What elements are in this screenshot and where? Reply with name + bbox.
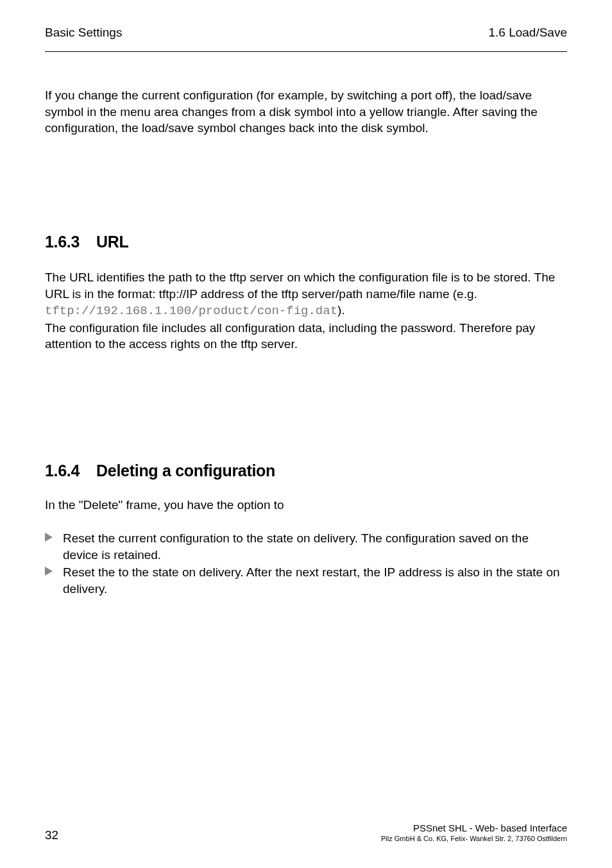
section-number: 1.6.4 (45, 462, 80, 480)
section-1-6-3: 1.6.3URL The URL identifies the path to … (45, 233, 567, 353)
section-title: URL (96, 233, 128, 251)
intro-paragraph: If you change the current configuration … (45, 87, 567, 137)
page-header: Basic Settings 1.6 Load/Save (45, 26, 567, 51)
section-1-6-4: 1.6.4Deleting a configuration In the "De… (45, 462, 567, 597)
section-heading-163: 1.6.3URL (45, 233, 567, 251)
page-number: 32 (45, 828, 58, 842)
section-163-pre: The URL identifies the path to the tftp … (45, 271, 555, 301)
footer-company: Pilz GmbH & Co. KG, Felix- Wankel Str. 2… (381, 835, 567, 842)
header-divider (45, 51, 567, 52)
bullet-text: Reset the current configuration to the s… (63, 530, 567, 563)
triangle-bullet-icon (45, 567, 63, 576)
svg-marker-0 (45, 533, 53, 542)
section-164-lead: In the "Delete" frame, you have the opti… (45, 498, 567, 512)
section-163-post: ). (337, 303, 345, 317)
header-left: Basic Settings (45, 26, 122, 40)
list-item: Reset the to the state on delivery. Afte… (45, 564, 567, 597)
section-163-body: The URL identifies the path to the tftp … (45, 269, 567, 320)
section-title: Deleting a configuration (96, 462, 275, 480)
section-number: 1.6.3 (45, 233, 80, 251)
section-163-code: tftp://192.168.1.100/product/con-fig.dat (45, 304, 337, 318)
section-163-para2: The configuration file includes all conf… (45, 320, 567, 353)
svg-marker-1 (45, 567, 53, 576)
bullet-list: Reset the current configuration to the s… (45, 530, 567, 597)
page-footer: 32 PSSnet SHL - Web- based Interface Pil… (45, 822, 567, 842)
footer-title: PSSnet SHL - Web- based Interface (381, 822, 567, 833)
section-heading-164: 1.6.4Deleting a configuration (45, 462, 567, 480)
footer-right: PSSnet SHL - Web- based Interface Pilz G… (381, 822, 567, 842)
header-right: 1.6 Load/Save (488, 26, 567, 40)
bullet-text: Reset the to the state on delivery. Afte… (63, 564, 567, 597)
list-item: Reset the current configuration to the s… (45, 530, 567, 563)
triangle-bullet-icon (45, 533, 63, 542)
